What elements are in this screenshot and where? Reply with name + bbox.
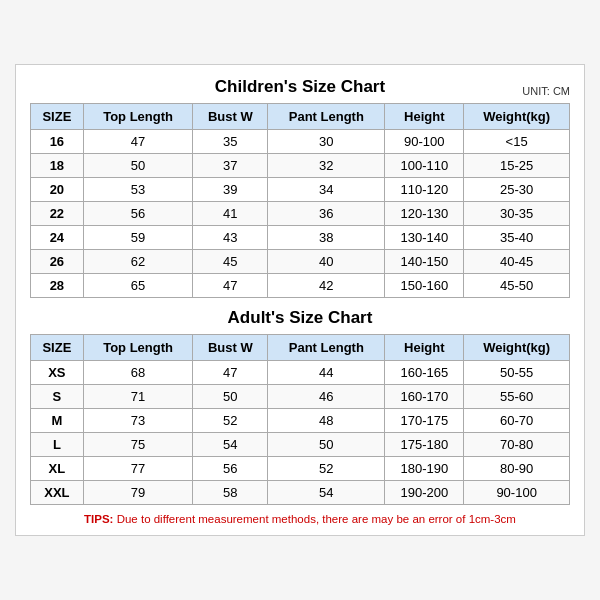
size-cell: 22 (31, 202, 84, 226)
table-row: 28654742150-16045-50 (31, 274, 570, 298)
data-cell: 30 (268, 130, 385, 154)
data-cell: 58 (193, 481, 268, 505)
data-cell: 65 (83, 274, 193, 298)
table-row: M735248170-17560-70 (31, 409, 570, 433)
data-cell: 56 (193, 457, 268, 481)
data-cell: 45 (193, 250, 268, 274)
data-cell: 50 (193, 385, 268, 409)
children-header-bust-w: Bust W (193, 104, 268, 130)
data-cell: 50 (268, 433, 385, 457)
data-cell: 42 (268, 274, 385, 298)
data-cell: 150-160 (385, 274, 464, 298)
children-header-pant-length: Pant Length (268, 104, 385, 130)
data-cell: 100-110 (385, 154, 464, 178)
adult-size-table: SIZE Top Length Bust W Pant Length Heigh… (30, 334, 570, 505)
data-cell: 32 (268, 154, 385, 178)
children-header-size: SIZE (31, 104, 84, 130)
adult-header-top-length: Top Length (83, 335, 193, 361)
data-cell: 47 (83, 130, 193, 154)
children-header-weight: Weight(kg) (464, 104, 570, 130)
data-cell: 47 (193, 274, 268, 298)
table-row: 1647353090-100<15 (31, 130, 570, 154)
adult-title-row: Adult's Size Chart (30, 308, 570, 328)
data-cell: 43 (193, 226, 268, 250)
data-cell: 41 (193, 202, 268, 226)
data-cell: 170-175 (385, 409, 464, 433)
data-cell: 52 (268, 457, 385, 481)
data-cell: 90-100 (385, 130, 464, 154)
data-cell: 44 (268, 361, 385, 385)
data-cell: 39 (193, 178, 268, 202)
data-cell: 140-150 (385, 250, 464, 274)
tips-text: Due to different measurement methods, th… (113, 513, 515, 525)
data-cell: 47 (193, 361, 268, 385)
size-cell: 16 (31, 130, 84, 154)
adult-header-bust-w: Bust W (193, 335, 268, 361)
size-cell: M (31, 409, 84, 433)
data-cell: 40 (268, 250, 385, 274)
data-cell: 60-70 (464, 409, 570, 433)
data-cell: 80-90 (464, 457, 570, 481)
data-cell: 190-200 (385, 481, 464, 505)
data-cell: 30-35 (464, 202, 570, 226)
size-cell: XS (31, 361, 84, 385)
data-cell: 73 (83, 409, 193, 433)
data-cell: 50 (83, 154, 193, 178)
data-cell: 79 (83, 481, 193, 505)
data-cell: 37 (193, 154, 268, 178)
unit-label: UNIT: CM (522, 85, 570, 97)
data-cell: 120-130 (385, 202, 464, 226)
data-cell: 38 (268, 226, 385, 250)
size-cell: 26 (31, 250, 84, 274)
data-cell: 35 (193, 130, 268, 154)
data-cell: 15-25 (464, 154, 570, 178)
data-cell: 50-55 (464, 361, 570, 385)
children-header-top-length: Top Length (83, 104, 193, 130)
data-cell: 160-165 (385, 361, 464, 385)
table-row: XXL795854190-20090-100 (31, 481, 570, 505)
table-row: 24594338130-14035-40 (31, 226, 570, 250)
size-cell: 28 (31, 274, 84, 298)
table-row: L755450175-18070-80 (31, 433, 570, 457)
data-cell: 68 (83, 361, 193, 385)
data-cell: 35-40 (464, 226, 570, 250)
data-cell: 54 (268, 481, 385, 505)
tips-label: TIPS: (84, 513, 113, 525)
data-cell: 180-190 (385, 457, 464, 481)
data-cell: 70-80 (464, 433, 570, 457)
data-cell: 46 (268, 385, 385, 409)
data-cell: 59 (83, 226, 193, 250)
adult-chart-title: Adult's Size Chart (228, 308, 373, 328)
data-cell: 36 (268, 202, 385, 226)
data-cell: 56 (83, 202, 193, 226)
adult-header-weight: Weight(kg) (464, 335, 570, 361)
data-cell: 62 (83, 250, 193, 274)
data-cell: 25-30 (464, 178, 570, 202)
children-header-height: Height (385, 104, 464, 130)
data-cell: 34 (268, 178, 385, 202)
size-cell: 20 (31, 178, 84, 202)
data-cell: 48 (268, 409, 385, 433)
table-row: 20533934110-12025-30 (31, 178, 570, 202)
table-row: 22564136120-13030-35 (31, 202, 570, 226)
size-cell: S (31, 385, 84, 409)
children-chart-title: Children's Size Chart (215, 77, 385, 97)
children-title-row: Children's Size Chart UNIT: CM (30, 77, 570, 97)
data-cell: 77 (83, 457, 193, 481)
data-cell: 54 (193, 433, 268, 457)
adult-header-pant-length: Pant Length (268, 335, 385, 361)
chart-container: Children's Size Chart UNIT: CM SIZE Top … (15, 64, 585, 536)
tips-row: TIPS: Due to different measurement metho… (30, 513, 570, 525)
size-cell: L (31, 433, 84, 457)
table-row: 26624540140-15040-45 (31, 250, 570, 274)
table-row: XS684744160-16550-55 (31, 361, 570, 385)
table-row: S715046160-17055-60 (31, 385, 570, 409)
data-cell: 55-60 (464, 385, 570, 409)
table-row: XL775652180-19080-90 (31, 457, 570, 481)
data-cell: 130-140 (385, 226, 464, 250)
adult-section: Adult's Size Chart SIZE Top Length Bust … (30, 308, 570, 505)
size-cell: 24 (31, 226, 84, 250)
adult-header-row: SIZE Top Length Bust W Pant Length Heigh… (31, 335, 570, 361)
children-header-row: SIZE Top Length Bust W Pant Length Heigh… (31, 104, 570, 130)
data-cell: 71 (83, 385, 193, 409)
